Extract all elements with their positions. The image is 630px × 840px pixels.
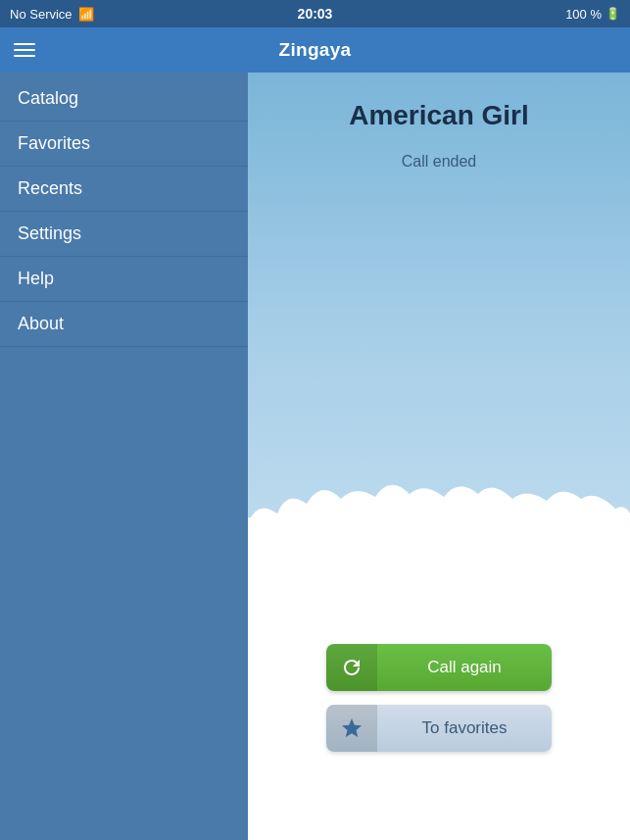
status-time: 20:03 xyxy=(298,6,333,22)
status-right: 100 % 🔋 xyxy=(565,7,620,22)
sidebar-item-favorites[interactable]: Favorites xyxy=(0,122,248,167)
catalog-label: Catalog xyxy=(18,88,78,109)
call-again-label: Call again xyxy=(377,658,552,677)
contact-name: American Girl xyxy=(248,100,630,131)
content-area: American Girl Call ended Call again xyxy=(248,73,630,840)
call-again-icon-area xyxy=(326,644,377,691)
sidebar-item-settings[interactable]: Settings xyxy=(0,212,248,257)
about-label: About xyxy=(18,314,64,334)
app-title: Zingaya xyxy=(279,39,352,61)
call-again-button[interactable]: Call again xyxy=(326,644,552,691)
recents-label: Recents xyxy=(18,178,82,199)
hamburger-line-1 xyxy=(14,43,35,45)
to-favorites-button[interactable]: To favorites xyxy=(326,705,552,752)
sidebar-item-help[interactable]: Help xyxy=(0,257,248,302)
battery-text: 100 % xyxy=(565,7,602,22)
status-bar: No Service 📶 20:03 100 % 🔋 xyxy=(0,0,630,27)
favorites-label: Favorites xyxy=(18,133,90,154)
battery-icon: 🔋 xyxy=(606,7,620,21)
status-left: No Service 📶 xyxy=(10,7,94,22)
hamburger-line-2 xyxy=(14,49,35,51)
to-favorites-label: To favorites xyxy=(377,718,552,738)
sidebar-item-catalog[interactable]: Catalog xyxy=(0,76,248,122)
wifi-icon: 📶 xyxy=(78,7,94,22)
sidebar-item-recents[interactable]: Recents xyxy=(0,167,248,212)
star-icon xyxy=(340,716,363,740)
buttons-area: Call again To favorites xyxy=(248,644,630,752)
cloud-layer xyxy=(248,469,630,548)
hamburger-line-3 xyxy=(14,55,35,57)
nav-bar: Zingaya xyxy=(0,27,630,73)
sidebar: Catalog Favorites Recents Settings Help … xyxy=(0,73,248,840)
help-label: Help xyxy=(18,269,54,289)
settings-label: Settings xyxy=(18,223,81,244)
main-layout: Catalog Favorites Recents Settings Help … xyxy=(0,73,630,840)
hamburger-button[interactable] xyxy=(14,43,35,57)
to-favorites-icon-area xyxy=(326,705,377,752)
call-again-icon xyxy=(340,656,363,679)
sidebar-item-about[interactable]: About xyxy=(0,302,248,347)
call-status: Call ended xyxy=(248,153,630,171)
carrier-text: No Service xyxy=(10,7,73,22)
